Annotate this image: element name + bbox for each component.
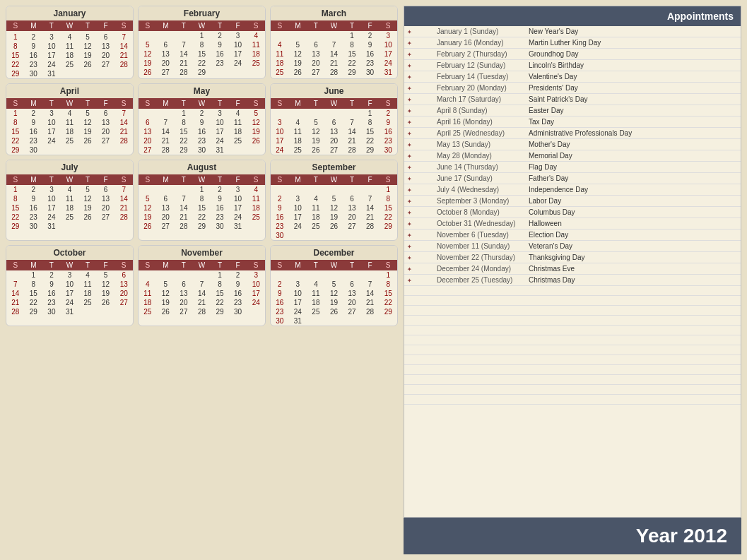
- day-header: T: [343, 260, 361, 270]
- calendar-day: 5: [325, 280, 343, 289]
- calendar-day: 25: [307, 307, 325, 316]
- day-header: S: [6, 20, 25, 31]
- calendar-day: 3: [42, 185, 61, 194]
- calendar-day: [114, 222, 133, 231]
- appointment-row: ✦February 12 (Sunday)Lincoln's Birthday: [404, 60, 741, 71]
- calendar-day: 3: [247, 270, 265, 280]
- holiday-name: Lincoln's Birthday: [526, 60, 741, 71]
- calendar-day: 12: [97, 280, 115, 289]
- diamond-icon: ✦: [404, 71, 434, 83]
- day-header: T: [175, 98, 193, 109]
- calendar-day: [114, 307, 133, 316]
- appointment-row: ✦November 22 (Thursday)Thanksgiving Day: [404, 252, 741, 263]
- calendar-day: 5: [247, 109, 265, 118]
- calendar-day: 10: [271, 127, 289, 136]
- calendar-day: 6: [343, 194, 361, 203]
- calendar-day: [114, 145, 133, 155]
- calendar-day: 7: [193, 280, 211, 289]
- calendar-day: 23: [229, 298, 247, 307]
- calendar-day: 16: [229, 289, 247, 298]
- calendar-day: 26: [289, 68, 307, 77]
- calendar-day: 29: [361, 145, 380, 155]
- calendar-day: 29: [6, 222, 25, 231]
- calendar-day: 13: [97, 42, 115, 51]
- holiday-name: Columbus Day: [526, 207, 741, 218]
- calendar-day: 27: [307, 68, 325, 77]
- calendar-day: 10: [289, 203, 307, 213]
- day-header: S: [379, 20, 397, 31]
- calendar-day: 21: [361, 298, 380, 307]
- diamond-icon: ✦: [404, 49, 434, 60]
- calendar-day: 21: [361, 213, 380, 222]
- calendar-day: 29: [175, 145, 193, 155]
- calendar-day: [343, 316, 361, 326]
- holiday-name: Groundhog Day: [526, 49, 741, 60]
- calendar-day: 12: [289, 49, 307, 59]
- day-header: M: [289, 20, 307, 31]
- calendar-day: 1: [379, 270, 397, 280]
- diamond-icon: ✦: [404, 139, 434, 150]
- calendar-day: [157, 31, 175, 40]
- holiday-name: Memorial Day: [526, 150, 741, 162]
- appointment-row: ✦April 16 (Monday)Tax Day: [404, 117, 741, 128]
- day-header: T: [343, 98, 361, 109]
- appointment-row: ✦December 24 (Monday)Christmas Eve: [404, 263, 741, 275]
- calendar-row-2: AprilSMTWTFS1234567891011121314151617181…: [6, 83, 398, 155]
- calendar-day: 14: [114, 118, 133, 127]
- calendar-day: 13: [343, 203, 361, 213]
- calendar-month-header: October: [6, 246, 133, 260]
- holiday-date: October 31 (Wednesday): [434, 218, 526, 230]
- day-header: M: [25, 260, 43, 270]
- calendar-day: 20: [97, 203, 115, 213]
- year-footer: Year 2012: [404, 518, 741, 554]
- calendar-month-header: August: [139, 160, 265, 174]
- calendar-day: 24: [42, 136, 61, 145]
- calendar-day: 11: [229, 118, 247, 127]
- day-header: T: [42, 174, 61, 185]
- holiday-name: New Year's Day: [526, 26, 741, 37]
- calendar-day: 24: [271, 145, 289, 155]
- calendar-day: 6: [114, 270, 133, 280]
- calendar-day: [325, 185, 343, 194]
- calendar-day: 4: [61, 109, 79, 118]
- calendar-day: 6: [307, 40, 325, 49]
- appointment-row: ✦May 13 (Sunday)Mother's Day: [404, 139, 741, 150]
- calendar-day: 22: [6, 213, 25, 222]
- calendar-month-header: April: [6, 84, 133, 98]
- holiday-name: Labor Day: [526, 196, 741, 207]
- calendar-day: 9: [271, 203, 289, 213]
- calendar-day: 21: [114, 127, 133, 136]
- calendar-day: [379, 231, 397, 240]
- day-header: W: [61, 98, 79, 109]
- day-header: S: [114, 98, 133, 109]
- calendar-day: 17: [289, 213, 307, 222]
- day-header: S: [271, 174, 289, 185]
- day-header: F: [97, 260, 115, 270]
- day-header: S: [271, 260, 289, 270]
- calendar-day: 16: [271, 213, 289, 222]
- calendar-day: 28: [175, 222, 193, 231]
- calendar-day: 15: [379, 289, 397, 298]
- calendar-day: 26: [247, 136, 265, 145]
- calendar-day: 4: [247, 185, 265, 194]
- holiday-name: Mother's Day: [526, 139, 741, 150]
- empty-appointment-row: [404, 316, 741, 326]
- calendar-day: [271, 109, 289, 118]
- calendar-day: 24: [229, 213, 247, 222]
- day-header: T: [307, 98, 325, 109]
- calendar-day: 21: [175, 213, 193, 222]
- day-header: S: [114, 174, 133, 185]
- day-header: W: [325, 98, 343, 109]
- day-header: F: [229, 174, 247, 185]
- calendar-day: 12: [325, 289, 343, 298]
- calendar-month-header: March: [271, 6, 397, 20]
- day-header: F: [229, 20, 247, 31]
- calendar-day: 19: [78, 51, 97, 60]
- calendar-day: 8: [175, 118, 193, 127]
- calendar-day: 18: [307, 213, 325, 222]
- calendar-day: 21: [114, 203, 133, 213]
- day-header: T: [78, 98, 97, 109]
- calendar-day: 15: [193, 49, 211, 59]
- day-header: W: [193, 98, 211, 109]
- calendar-december: DecemberSMTWTFS1234567891011121314151617…: [270, 245, 398, 326]
